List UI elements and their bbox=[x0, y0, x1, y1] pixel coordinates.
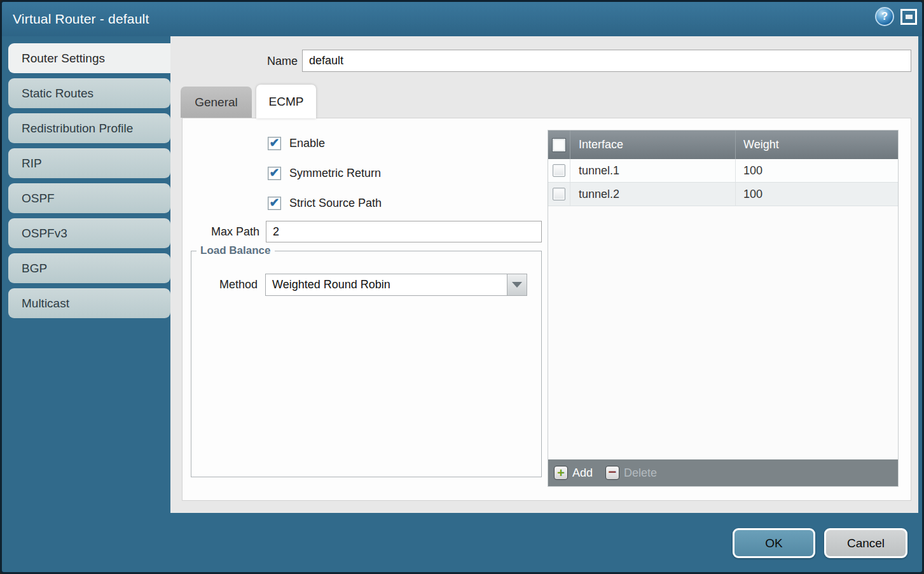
symmetric-return-label: Symmetric Return bbox=[289, 167, 381, 180]
table-row[interactable]: tunnel.1 100 bbox=[548, 159, 898, 183]
virtual-router-dialog: Virtual Router - default ? Router Settin… bbox=[0, 0, 924, 574]
help-glyph: ? bbox=[881, 10, 888, 23]
weight-column-header: Weight bbox=[736, 130, 898, 159]
method-dropdown-button[interactable] bbox=[507, 274, 527, 295]
delete-icon: − bbox=[605, 466, 619, 480]
table-empty-area bbox=[548, 206, 898, 459]
strict-source-path-checkbox-row[interactable]: ✔ Strict Source Path bbox=[268, 193, 382, 213]
restore-window-icon[interactable] bbox=[900, 9, 917, 25]
row-checkbox[interactable] bbox=[553, 188, 565, 200]
ecmp-panel: ✔ Enable ✔ Symmetric Return ✔ Strict Sou… bbox=[182, 118, 911, 501]
cancel-button[interactable]: Cancel bbox=[824, 528, 907, 558]
header-checkbox-cell bbox=[548, 130, 570, 159]
sidebar-item-ospf[interactable]: OSPF bbox=[8, 183, 170, 213]
sidebar-item-redistribution-profile[interactable]: Redistribution Profile bbox=[8, 113, 170, 143]
sidebar: Router Settings Static Routes Redistribu… bbox=[2, 36, 170, 572]
sidebar-item-ospfv3[interactable]: OSPFv3 bbox=[8, 218, 170, 248]
interface-table-footer: + Add − Delete bbox=[548, 459, 898, 486]
ok-button[interactable]: OK bbox=[733, 528, 815, 558]
name-label: Name bbox=[228, 50, 298, 73]
row-checkbox[interactable] bbox=[553, 164, 565, 177]
sidebar-item-rip[interactable]: RIP bbox=[8, 148, 170, 178]
sidebar-item-router-settings[interactable]: Router Settings bbox=[8, 43, 170, 73]
symmetric-return-checkbox[interactable]: ✔ bbox=[268, 167, 281, 180]
help-icon[interactable]: ? bbox=[875, 7, 894, 26]
interface-table-header: Interface Weight bbox=[548, 130, 898, 159]
content-area: Name General ECMP ✔ Enable ✔ Symmetric R… bbox=[170, 36, 918, 513]
select-all-checkbox[interactable] bbox=[552, 138, 566, 152]
strict-source-path-checkbox[interactable]: ✔ bbox=[268, 197, 281, 210]
tab-general[interactable]: General bbox=[181, 87, 252, 118]
row-checkbox-cell bbox=[548, 159, 570, 182]
symmetric-return-checkbox-row[interactable]: ✔ Symmetric Return bbox=[268, 164, 381, 183]
interface-cell: tunnel.2 bbox=[570, 183, 736, 206]
sidebar-item-static-routes[interactable]: Static Routes bbox=[8, 78, 170, 108]
interface-column-header: Interface bbox=[570, 130, 736, 159]
add-button-label: Add bbox=[572, 466, 593, 480]
minus-glyph: − bbox=[609, 465, 617, 479]
method-select[interactable]: Weighted Round Robin bbox=[265, 274, 527, 296]
sidebar-item-multicast[interactable]: Multicast bbox=[8, 288, 170, 318]
row-checkbox-cell bbox=[548, 183, 570, 206]
chevron-down-icon bbox=[512, 282, 522, 288]
interface-table: Interface Weight tunnel.1 100 tunnel.2 1… bbox=[548, 130, 899, 487]
method-selected-value: Weighted Round Robin bbox=[266, 274, 527, 295]
max-path-input[interactable] bbox=[266, 221, 542, 242]
enable-label: Enable bbox=[289, 137, 325, 150]
load-balance-fieldset: Load Balance Method Weighted Round Robin bbox=[191, 244, 542, 477]
check-icon: ✔ bbox=[270, 197, 280, 209]
enable-checkbox[interactable]: ✔ bbox=[268, 137, 281, 150]
restore-window-bar bbox=[906, 15, 913, 19]
plus-glyph: + bbox=[557, 466, 565, 479]
weight-cell: 100 bbox=[736, 159, 898, 182]
delete-button[interactable]: − Delete bbox=[605, 466, 657, 480]
method-label: Method bbox=[191, 278, 258, 291]
max-path-label: Max Path bbox=[183, 221, 259, 242]
dialog-titlebar: Virtual Router - default ? bbox=[2, 2, 922, 36]
enable-checkbox-row[interactable]: ✔ Enable bbox=[268, 134, 325, 153]
sidebar-item-bgp[interactable]: BGP bbox=[8, 253, 170, 283]
name-input[interactable] bbox=[302, 50, 911, 72]
check-icon: ✔ bbox=[270, 167, 280, 179]
dialog-title: Virtual Router - default bbox=[2, 2, 922, 36]
table-row[interactable]: tunnel.2 100 bbox=[548, 183, 898, 206]
add-icon: + bbox=[554, 466, 568, 480]
delete-button-label: Delete bbox=[624, 466, 657, 480]
load-balance-legend: Load Balance bbox=[197, 244, 275, 257]
add-button[interactable]: + Add bbox=[554, 466, 593, 480]
strict-source-path-label: Strict Source Path bbox=[289, 197, 382, 210]
check-icon: ✔ bbox=[270, 137, 280, 149]
interface-cell: tunnel.1 bbox=[570, 159, 736, 182]
tab-ecmp[interactable]: ECMP bbox=[256, 85, 316, 118]
method-row: Method Weighted Round Robin bbox=[191, 274, 541, 296]
weight-cell: 100 bbox=[736, 183, 898, 206]
